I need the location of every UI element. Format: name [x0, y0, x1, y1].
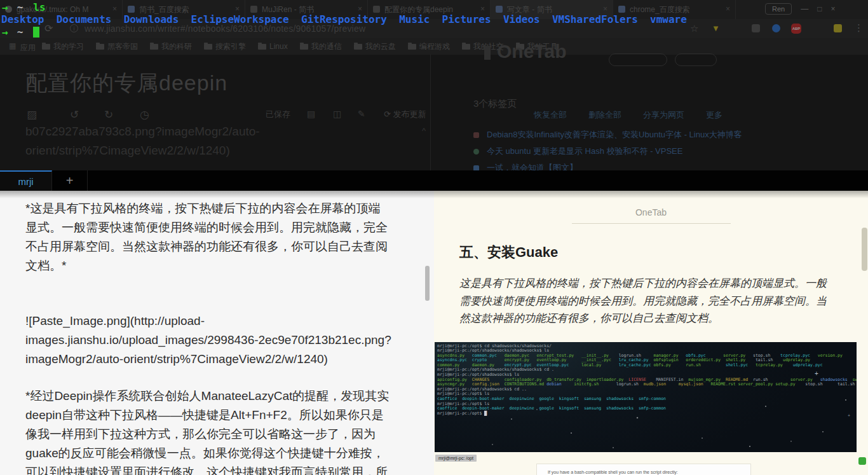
bookmark-star-icon[interactable]: ☆ [690, 23, 698, 34]
snippet-line: orient/strip%7CimageView2/2/w/1240) [25, 141, 260, 160]
editor-toolbar-dimmed: ▨ ↺ ↻ ◷ 已保存 ▤ ◫ ✎ ⟳ 发布更新 [0, 107, 434, 121]
markdown-paragraph: *这是具有下拉风格的终端，按下热键后下拉的内容会在屏幕的顶端显式。一般需要快速简… [25, 199, 392, 275]
bookmark-folder[interactable]: 我的学习 [42, 41, 84, 52]
folder-icon [408, 44, 416, 50]
onetab-action-link[interactable]: 删除全部 [588, 109, 621, 121]
terminal-tab-mrji[interactable]: mrji [0, 170, 52, 191]
pane-divider [430, 54, 431, 170]
insert-image-icon[interactable]: ▨ [27, 108, 37, 121]
tab-close-icon[interactable]: × [603, 4, 607, 13]
folder-icon [462, 44, 470, 50]
bookmark-folder[interactable]: 编程游戏 [408, 41, 450, 52]
desktop-screen: gpakosz/.tmux: Oh M× 简书_百度搜索× MuJiRen - … [0, 0, 868, 475]
onetab-action-link[interactable]: 恢复全部 [534, 109, 567, 121]
bookmark-label: 搜索引擎 [215, 41, 246, 52]
publish-update-button[interactable]: ⟳ 发布更新 [384, 109, 426, 120]
bookmark-folder[interactable]: 我的科研 [150, 41, 192, 52]
extension-icon-blue[interactable] [772, 24, 780, 32]
onetab-tab-count: 3个标签页 [473, 98, 517, 110]
extension-floating-icon[interactable] [858, 457, 866, 465]
bookmark-label: Linux [269, 42, 288, 51]
jianshu-favicon [373, 6, 380, 13]
bookmark-folder[interactable]: 黑客帝国 [96, 41, 138, 52]
new-terminal-tab-button[interactable]: + [52, 170, 88, 191]
terminal-command-line[interactable]: →~ls [2, 1, 46, 13]
terminal-command: ls [23, 1, 45, 13]
terminal-prompt-line[interactable]: →~ [2, 26, 39, 38]
prompt-arrow-icon: → [2, 1, 8, 13]
markdown-snippet-dimmed[interactable]: b07c2927aba793c8.png?imageMogr2/auto- or… [25, 122, 260, 160]
prompt-arrow-icon: → [2, 26, 8, 38]
tab-close-icon[interactable]: × [480, 4, 485, 13]
apps-grid-icon[interactable]: ▦ [9, 41, 16, 50]
extension-icon-gray[interactable] [752, 24, 760, 32]
save-status: 已保存 [266, 109, 290, 120]
saved-tab-link[interactable]: Debian8安装Infinality改善字体渲染、安装Ubuntu字体 - L… [487, 129, 742, 141]
saved-tab-link[interactable]: 今天 ubuntu 更新老是显示 Hash 校验和不符 - VPSEE [487, 146, 682, 157]
preview-italic-paragraph: 这是具有下拉风格的终端，按下热键后下拉的内容会在屏幕的顶端显式。一般需要快速简便… [459, 275, 827, 327]
document-icon[interactable]: ▤ [307, 109, 315, 119]
minimize-button[interactable]: — [801, 4, 808, 13]
folder-icon [354, 44, 362, 50]
bookmark-label: 编程游戏 [419, 41, 450, 52]
prompt-cwd: ~ [8, 1, 24, 13]
tab-close-icon[interactable]: × [235, 4, 240, 13]
bookmark-folder[interactable]: 我的通信 [300, 41, 342, 52]
tab-close-icon[interactable]: × [726, 4, 730, 13]
onetab-saved-tab[interactable]: 今天 ubuntu 更新老是显示 Hash 校验和不符 - VPSEE [473, 143, 742, 160]
profile-button[interactable]: Ren [765, 3, 792, 15]
window-controls: Ren — □ × [765, 3, 835, 15]
onetab-saved-tabs: Debian8安装Infinality改善字体渲染、安装Ubuntu字体 - L… [473, 127, 742, 170]
preview-scrollbar-thumb[interactable] [862, 228, 867, 271]
bookmark-label: 我的通信 [311, 41, 342, 52]
onetab-button-pill[interactable] [675, 53, 717, 66]
saved-tab-link[interactable]: 一试，就会知道【图文】 [487, 162, 578, 170]
jianshu-editor-split: *这是具有下拉风格的终端，按下热键后下拉的内容会在屏幕的顶端显式。一般需要快速简… [0, 191, 868, 475]
onetab-action-link[interactable]: 更多 [706, 109, 722, 121]
maximize-button[interactable]: □ [817, 4, 822, 13]
extension-icon-yellow[interactable] [834, 24, 842, 32]
split-view-icon[interactable]: ◫ [333, 109, 341, 119]
article-title-dimmed[interactable]: 配置你的专属deepin [25, 69, 227, 98]
install-note: If you have a bash-compatible shell you … [548, 470, 678, 474]
jianshu-favicon [250, 6, 257, 13]
tab-close-icon[interactable]: × [358, 4, 362, 13]
onetab-actions: 恢复全部删除全部分享为网页更多 [534, 109, 722, 121]
scroll-up-arrow[interactable]: ^ [422, 126, 426, 135]
terminal-ls-output: Desktop Documents Downloads EclipseWorks… [1, 13, 687, 25]
bookmark-folder[interactable]: Linux [258, 42, 288, 51]
folder-icon [300, 44, 308, 50]
edit-pencil-icon[interactable]: ✎ [358, 109, 365, 119]
bookmark-folder[interactable]: 搜索引擎 [204, 41, 246, 52]
download-arrow-icon[interactable]: ▼ [712, 24, 720, 33]
jianshu-favicon [496, 6, 503, 13]
history-icon[interactable]: ◷ [140, 108, 149, 121]
site-favicon [473, 165, 479, 171]
section-divider [572, 223, 731, 224]
tab-close-icon[interactable]: × [112, 4, 117, 13]
onetab-button-pill[interactable] [609, 53, 667, 66]
bookmark-apps[interactable]: 应用 [20, 43, 36, 53]
onetab-saved-tab[interactable]: Debian8安装Infinality改善字体渲染、安装Ubuntu字体 - L… [473, 127, 742, 143]
onetab-saved-tab[interactable]: 一试，就会知道【图文】 [473, 160, 742, 170]
markdown-editor-pane[interactable]: *这是具有下拉风格的终端，按下热键后下拉的内容会在屏幕的顶端显式。一般需要快速简… [0, 191, 434, 475]
close-button[interactable]: × [831, 4, 835, 13]
folder-icon [204, 44, 212, 50]
preview-onetab-heading: OneTab [434, 207, 868, 217]
editor-scrollbar-thumb[interactable] [425, 266, 430, 301]
markdown-source[interactable]: *这是具有下拉风格的终端，按下热键后下拉的内容会在屏幕的顶端显式。一般需要快速简… [0, 191, 434, 475]
bookmark-folder-list: 我的学习 黑客帝国 我的科研 搜索引擎 [42, 38, 558, 55]
undo-icon[interactable]: ↺ [70, 108, 79, 121]
site-favicon [473, 132, 479, 138]
markdown-paragraph: ![Paste_Image.png](http://upload- images… [25, 312, 392, 369]
redo-icon[interactable]: ↻ [104, 108, 113, 121]
dimmed-browser-region: gpakosz/.tmux: Oh M× 简书_百度搜索× MuJiRen - … [0, 0, 868, 170]
baidu-favicon [128, 6, 135, 13]
adblock-plus-icon[interactable]: ABP [791, 24, 801, 34]
prompt-cwd: ~ [8, 26, 24, 38]
browser-menu-icon[interactable]: ⋮ [854, 22, 864, 34]
section-heading: 五、安装Guake [459, 243, 868, 262]
onetab-action-link[interactable]: 分享为网页 [643, 109, 684, 121]
bookmark-folder[interactable]: 我的云盘 [354, 41, 396, 52]
bookmarks-bar: ▦ 应用 我的学习 黑客帝国 我的科研 [0, 38, 868, 55]
